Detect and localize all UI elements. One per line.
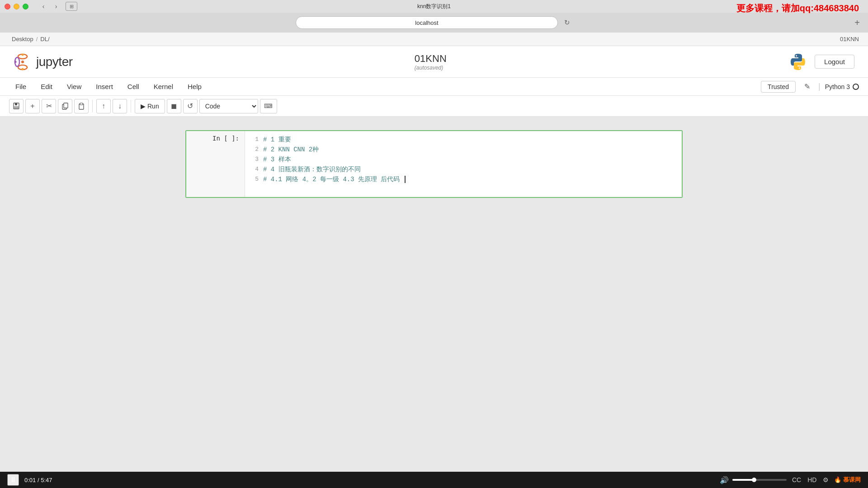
status-icons: CC HD ⚙ — [790, 475, 830, 484]
cell-container: In [ ]: 1 2 3 4 5 # 1 重要# 2 KNN CNN 2种# … — [185, 130, 683, 198]
jupyter-wordmark: jupyter — [36, 55, 73, 69]
time-display: 0:01 / 5:47 — [24, 477, 52, 483]
forward-button[interactable]: › — [50, 2, 62, 11]
menu-view[interactable]: View — [61, 80, 88, 93]
move-up-button[interactable]: ↑ — [96, 99, 111, 113]
code-line-5: # 4.1 网络 4。2 每一级 4.3 先原理 后代码 — [263, 174, 676, 184]
main-content: In [ ]: 1 2 3 4 5 # 1 重要# 2 KNN CNN 2种# … — [0, 117, 868, 488]
menubar: File Edit View Insert Cell Kernel Help T… — [0, 78, 868, 96]
paste-button[interactable] — [74, 99, 89, 113]
window-title: knn数字识别1 — [417, 3, 451, 10]
cell-code-area[interactable]: 1 2 3 4 5 # 1 重要# 2 KNN CNN 2种# 3 样本# 4 … — [245, 131, 682, 197]
menu-file[interactable]: File — [9, 80, 33, 93]
svg-rect-13 — [64, 103, 68, 108]
line-num-3: 3 — [250, 155, 259, 164]
toolbar-sep2 — [131, 100, 131, 113]
svg-point-4 — [22, 53, 24, 56]
reload-button[interactable]: ↻ — [561, 17, 572, 28]
play-pause-button[interactable]: ⏸ — [7, 474, 19, 486]
toolbar: + ✂ ↑ ↓ ▶ Run ◼ ↺ Code Markdown Raw NBCo… — [0, 96, 868, 117]
paste-icon — [78, 103, 85, 110]
svg-point-5 — [22, 68, 24, 70]
svg-rect-10 — [15, 103, 17, 105]
new-tab-button[interactable]: + — [852, 17, 863, 28]
restart-button[interactable]: ↺ — [183, 99, 198, 113]
cc-button[interactable]: CC — [790, 475, 803, 484]
move-down-button[interactable]: ↓ — [113, 99, 127, 113]
notebook-title-area: 01KNN (autosaved) — [415, 53, 447, 71]
filepath-dl[interactable]: DL/ — [38, 36, 52, 42]
traffic-lights — [5, 4, 28, 9]
autosaved-label: (autosaved) — [415, 65, 443, 71]
kernel-name: Python 3 — [825, 83, 850, 90]
stop-button[interactable]: ◼ — [167, 99, 181, 113]
titlebar: ‹ › ⊞ knn数字识别1 更多课程，请加qq:484683840 — [0, 0, 868, 13]
addressbar: ↻ + — [0, 13, 868, 33]
save-icon — [13, 103, 20, 110]
back-button[interactable]: ‹ — [38, 2, 49, 11]
progress-dot — [752, 478, 756, 482]
copy-button[interactable] — [58, 99, 72, 113]
minimize-button[interactable] — [14, 4, 19, 9]
statusbar: ⏸ 0:01 / 5:47 🔊 CC HD ⚙ 🔥 慕课网 — [0, 472, 868, 488]
url-input[interactable] — [296, 16, 558, 29]
status-left: ⏸ 0:01 / 5:47 — [7, 474, 52, 486]
sidebar-toggle[interactable]: ⊞ — [66, 2, 77, 11]
notebook-name[interactable]: 01KNN — [415, 53, 447, 65]
menu-insert[interactable]: Insert — [90, 80, 119, 93]
volume-icon[interactable]: 🔊 — [720, 476, 729, 484]
watermark: 更多课程，请加qq:484683840 — [736, 2, 859, 14]
notebook-tab-label: 01KNN — [840, 36, 859, 42]
svg-point-8 — [799, 67, 800, 69]
menu-help[interactable]: Help — [181, 80, 208, 93]
hd-button[interactable]: HD — [806, 475, 818, 484]
svg-rect-15 — [80, 103, 83, 105]
add-cell-button[interactable]: + — [25, 99, 40, 113]
code-line-2: # 2 KNN CNN 2种 — [263, 145, 676, 155]
save-button[interactable] — [9, 99, 24, 113]
line-num-2: 2 — [250, 145, 259, 155]
menu-right: Trusted ✎ | Python 3 — [761, 80, 859, 94]
svg-point-3 — [21, 61, 24, 63]
header-right: Logout — [788, 52, 854, 71]
keyboard-shortcut-button[interactable]: ⌨ — [260, 99, 277, 113]
kernel-status-circle — [853, 84, 859, 90]
svg-point-6 — [14, 61, 17, 63]
text-cursor — [405, 176, 406, 183]
jupyter-logo: jupyter — [14, 53, 73, 71]
menu-left: File Edit View Insert Cell Kernel Help — [9, 80, 208, 93]
code-line-4: # 4 旧瓶装新酒：数字识别的不同 — [263, 164, 676, 174]
code-line-1: # 1 重要 — [263, 135, 676, 145]
copy-icon — [62, 103, 68, 110]
line-num-4: 4 — [250, 164, 259, 174]
run-icon: ▶ — [141, 103, 146, 110]
menu-cell[interactable]: Cell — [121, 80, 146, 93]
cut-button[interactable]: ✂ — [42, 99, 56, 113]
menu-kernel[interactable]: Kernel — [147, 80, 179, 93]
cell-type-select[interactable]: Code Markdown Raw NBConvert — [199, 99, 258, 113]
maximize-button[interactable] — [23, 4, 28, 9]
code-content[interactable]: # 1 重要# 2 KNN CNN 2种# 3 样本# 4 旧瓶装新酒：数字识别… — [263, 135, 676, 184]
kernel-info: Python 3 — [825, 83, 859, 90]
menu-edit[interactable]: Edit — [34, 80, 59, 93]
code-cell[interactable]: In [ ]: 1 2 3 4 5 # 1 重要# 2 KNN CNN 2种# … — [185, 130, 683, 198]
svg-rect-11 — [14, 106, 19, 108]
cell-input-label: In [ ]: — [186, 131, 245, 197]
logout-button[interactable]: Logout — [815, 55, 854, 69]
code-line-3: # 3 样本 — [263, 155, 676, 164]
filepath-desktop[interactable]: Desktop — [9, 36, 36, 42]
trusted-button[interactable]: Trusted — [761, 81, 796, 93]
jupyter-logo-icon — [14, 53, 32, 71]
jupyter-header: jupyter 01KNN (autosaved) Logout — [0, 46, 868, 78]
settings-icon[interactable]: ⚙ — [821, 475, 830, 484]
line-num-5: 5 — [250, 174, 259, 184]
svg-point-7 — [796, 55, 797, 56]
close-button[interactable] — [5, 4, 10, 9]
python-icon — [788, 52, 807, 71]
progress-bar[interactable] — [732, 479, 787, 481]
status-right: 🔊 CC HD ⚙ 🔥 慕课网 — [720, 475, 861, 484]
toolbar-sep1 — [92, 100, 93, 113]
run-button[interactable]: ▶ Run — [135, 99, 165, 113]
edit-icon-button[interactable]: ✎ — [800, 80, 814, 94]
line-numbers: 1 2 3 4 5 — [250, 135, 263, 184]
